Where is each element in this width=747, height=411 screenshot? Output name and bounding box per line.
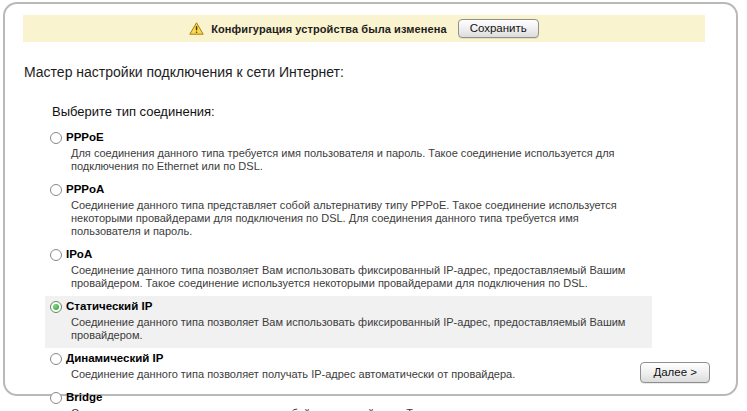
option-static-ip-head[interactable]: Статический IP <box>50 299 652 314</box>
option-pppoe-head[interactable]: PPPoE <box>50 130 652 145</box>
option-description: Соединение данного типа позволяет Вам ис… <box>71 264 649 290</box>
radio-button-static-ip[interactable] <box>50 301 62 313</box>
option-description: Соединение данного типа представляет соб… <box>71 199 649 238</box>
option-pppoa-head[interactable]: PPPoA <box>50 182 652 197</box>
option-ipoa-head[interactable]: IPoA <box>50 247 652 262</box>
config-changed-banner: Конфигурация устройства была изменена Со… <box>23 15 705 42</box>
radio-button-pppoe[interactable] <box>50 132 62 144</box>
option-label: PPPoE <box>66 130 104 145</box>
option-ipoa[interactable]: IPoA Соединение данного типа позволяет В… <box>45 244 652 296</box>
warning-triangle-icon <box>189 22 204 35</box>
option-dynamic-ip[interactable]: Динамический IP Соединение данного типа … <box>45 348 652 387</box>
option-label: Bridge <box>66 390 102 405</box>
save-button[interactable]: Сохранить <box>458 19 539 38</box>
option-bridge-head[interactable]: Bridge <box>50 390 652 405</box>
connection-type-prompt: Выберите тип соединения: <box>52 104 736 119</box>
radio-button-bridge[interactable] <box>50 392 62 404</box>
option-pppoa[interactable]: PPPoA Соединение данного типа представля… <box>45 179 652 244</box>
connection-type-list: PPPoE Для соединения данного типа требуе… <box>50 127 652 411</box>
option-static-ip[interactable]: Статический IP Соединение данного типа п… <box>45 296 652 348</box>
option-description: Соединение данного типа позволяет получа… <box>71 368 649 381</box>
radio-button-dynamic-ip[interactable] <box>50 353 62 365</box>
option-label: PPPoA <box>66 182 104 197</box>
radio-button-ipoa[interactable] <box>50 249 62 261</box>
banner-message: Конфигурация устройства была изменена <box>211 23 446 35</box>
option-label: Динамический IP <box>66 351 163 366</box>
option-bridge[interactable]: Bridge Соединение данного типа представл… <box>45 387 652 411</box>
page-title: Мастер настройки подключения к сети Инте… <box>24 64 736 80</box>
option-label: Статический IP <box>66 299 152 314</box>
option-description: Соединение данного типа позволяет Вам ис… <box>71 316 649 342</box>
wizard-window: Конфигурация устройства была изменена Со… <box>3 2 738 396</box>
radio-button-pppoa[interactable] <box>50 184 62 196</box>
option-description: Соединение данного типа представляет соб… <box>71 407 649 411</box>
option-label: IPoA <box>66 247 92 262</box>
option-dynamic-ip-head[interactable]: Динамический IP <box>50 351 652 366</box>
router-admin-screen: Конфигурация устройства была изменена Со… <box>0 0 747 411</box>
option-description: Для соединения данного типа требуется им… <box>71 147 649 173</box>
next-button[interactable]: Далее > <box>640 362 710 383</box>
option-pppoe[interactable]: PPPoE Для соединения данного типа требуе… <box>45 127 652 179</box>
